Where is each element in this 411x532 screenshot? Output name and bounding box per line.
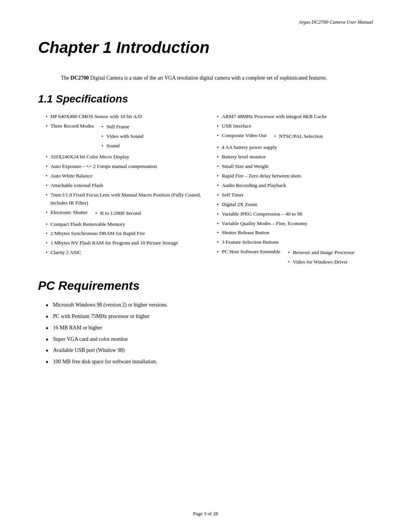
list-item: 3 Feature Selection Buttons — [217, 238, 373, 246]
list-item: 16 MB RAM or higher — [46, 323, 373, 332]
intro-bold: DC2700 — [70, 75, 89, 81]
specs-left-col: HP 640X480 CMOS Sensor with 10 bit A/DTh… — [46, 113, 202, 269]
footer-text: Page 3 of 28 — [193, 511, 218, 516]
list-item: Small Size and Weight — [217, 163, 373, 171]
list-item: 320X240X24 bit Color Micro Display — [46, 153, 202, 161]
list-item: Rapid Fire – Zero delay between shots — [217, 172, 373, 180]
list-item: Battery level monitor — [217, 153, 373, 161]
list-item: PC Host Software EnsembleBrowser and Ima… — [217, 248, 373, 268]
list-item: Audio Recording and Playback — [217, 182, 373, 190]
specifications-columns: HP 640X480 CMOS Sensor with 10 bit A/DTh… — [46, 113, 373, 269]
list-item: ARM7 48MHz Processor with integral 8KB C… — [217, 113, 373, 121]
list-item: Super VGA card and color monitor — [46, 335, 373, 344]
page-header: Argus DC2700 Camera User Manual — [38, 19, 373, 27]
list-item: NTSC/PAL Selection — [274, 133, 323, 141]
list-item: Variable JPEG Compression – 40 to 90 — [217, 210, 373, 218]
list-item: Sound — [102, 142, 143, 150]
list-item: 100 MB free disk space for software inst… — [46, 357, 373, 366]
specifications-title: 1.1 Specifications — [38, 93, 373, 105]
list-item: Self Timer — [217, 191, 373, 199]
intro-paragraph: The DC2700 Digital Camera is a state of … — [61, 74, 350, 82]
list-item: Compact Flash Removable Memory — [46, 220, 202, 228]
list-item: Browser and Image Processor — [288, 249, 354, 257]
list-item: B to 1/2000 Second — [96, 209, 141, 217]
list-item: Video with Sound — [102, 133, 143, 141]
intro-text-after: Digital Camera is a state of the art VGA… — [89, 75, 327, 81]
intro-text-before: The — [61, 75, 70, 81]
list-item: 2 Mbytes Synchronous DRAM for Rapid Fire — [46, 230, 202, 238]
chapter-title: Chapter 1 Introduction — [38, 38, 373, 61]
list-item: Still Frame — [102, 123, 143, 131]
list-item: Electronic ShutterB to 1/2000 Second — [46, 209, 202, 219]
list-item: Digital 2X Zoom — [217, 201, 373, 209]
list-item: HP 640X480 CMOS Sensor with 10 bit A/D — [46, 113, 202, 121]
list-item: USB Interface — [217, 122, 373, 130]
specs-right-list: ARM7 48MHz Processor with integral 8KB C… — [217, 113, 373, 268]
list-item: Three Record ModesStill FrameVideo with … — [46, 122, 202, 152]
list-item: 4 AA battery power supply — [217, 144, 373, 152]
list-item: Attachable external Flash — [46, 182, 202, 190]
pc-requirements-title: PC Requirements — [38, 279, 373, 293]
list-item: Shutter Release Button — [217, 229, 373, 237]
list-item: Composite Video OutNTSC/PAL Selection — [217, 132, 373, 142]
list-item: 1 Mbytes NV Flash RAM for Program and 10… — [46, 239, 202, 247]
list-item: Available USB port (Window 98) — [46, 346, 373, 355]
list-item: Auto White Balance — [46, 172, 202, 180]
list-item: PC with Pentium 75MHz processor or highe… — [46, 312, 373, 321]
specs-right-col: ARM7 48MHz Processor with integral 8KB C… — [217, 113, 373, 269]
list-item: Clarity 2 ASIC — [46, 249, 202, 257]
list-item: Auto Exposure - +/- 2 f/stops manual com… — [46, 163, 202, 171]
header-text: Argus DC2700 Camera User Manual — [299, 19, 373, 25]
page: Argus DC2700 Camera User Manual Chapter … — [0, 0, 411, 532]
list-item: 7mm f/1.8 Fixed Focus Lens with Manual M… — [46, 191, 202, 207]
list-item: Variable Quality Modes – Fine, Economy — [217, 220, 373, 228]
list-item: Video for Windows Driver — [288, 258, 354, 266]
page-footer: Page 3 of 28 — [0, 511, 411, 517]
specs-left-list: HP 640X480 CMOS Sensor with 10 bit A/DTh… — [46, 113, 202, 257]
pc-requirements-list: Microsoft Windows 98 (version 2) or high… — [38, 300, 373, 366]
list-item: Microsoft Windows 98 (version 2) or high… — [46, 300, 373, 310]
